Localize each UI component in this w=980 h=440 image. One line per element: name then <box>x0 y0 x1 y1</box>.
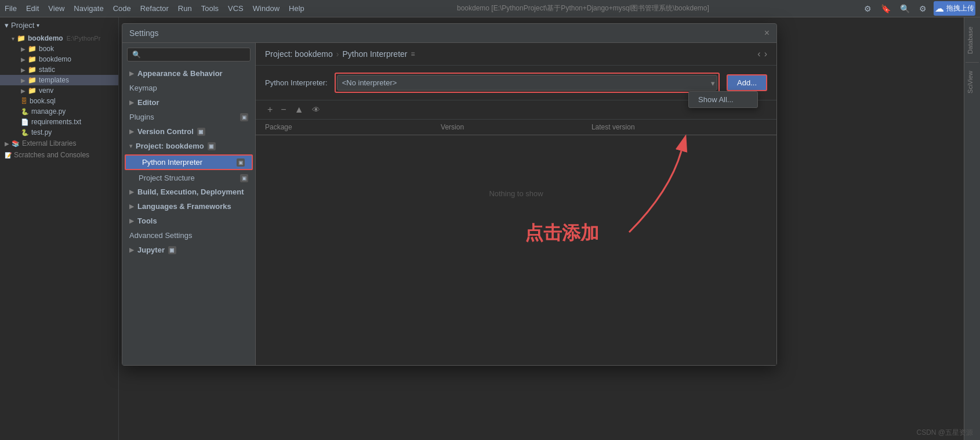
panel-divider <box>966 62 979 63</box>
menu-help[interactable]: Help <box>289 4 304 13</box>
add-dropdown-wrapper: Add... Show All... <box>727 74 767 91</box>
txt-icon: 📄 <box>21 118 29 126</box>
show-packages-button[interactable]: 👁 <box>310 104 322 116</box>
tree-book-label: book <box>39 45 54 53</box>
scratches-consoles[interactable]: 📝 Scratches and Consoles <box>0 149 118 161</box>
settings-modal: Settings × ▶ Appearance & Behavior <box>122 23 777 366</box>
menu-refactor[interactable]: Refactor <box>140 4 169 13</box>
nav-keymap[interactable]: Keymap <box>122 81 255 95</box>
breadcrumb-menu-icon[interactable]: ≡ <box>411 50 415 58</box>
menu-view[interactable]: View <box>48 4 64 13</box>
nav-advanced-settings[interactable]: Advanced Settings <box>122 228 255 243</box>
database-tab[interactable]: Database <box>964 22 980 59</box>
nav-vcs-label: Version Control <box>137 127 194 136</box>
nav-jupyter[interactable]: ▶ Jupyter ▣ <box>122 243 255 257</box>
nav-build-label: Build, Execution, Deployment <box>137 187 244 196</box>
sciview-tab[interactable]: SciView <box>964 66 980 98</box>
chevron-icon: ▶ <box>21 88 26 94</box>
tree-templates[interactable]: ▶ 📁 templates <box>0 75 118 85</box>
show-all-item[interactable]: Show All... <box>689 92 757 107</box>
chevron-right-icon: ▶ <box>129 99 134 106</box>
tree-booksql-label: book.sql <box>30 97 56 105</box>
nav-appearance[interactable]: ▶ Appearance & Behavior <box>122 66 255 81</box>
table-header: Package Version Latest version <box>256 120 776 135</box>
modal-body: ▶ Appearance & Behavior Keymap ▶ Editor <box>122 43 776 365</box>
nav-editor[interactable]: ▶ Editor <box>122 95 255 110</box>
nav-forward-button[interactable]: › <box>764 49 767 59</box>
folder-icon: 📁 <box>17 34 26 42</box>
tree-requirements[interactable]: 📄 requirements.txt <box>0 117 118 127</box>
nav-tools[interactable]: ▶ Tools <box>122 214 255 228</box>
nav-appearance-label: Appearance & Behavior <box>137 69 223 78</box>
move-up-button[interactable]: ▲ <box>292 104 306 116</box>
tree-static[interactable]: ▶ 📁 static <box>0 64 118 75</box>
remove-package-button[interactable]: − <box>278 104 288 116</box>
jupyter-badge: ▣ <box>168 246 176 254</box>
menu-run[interactable]: Run <box>178 4 192 13</box>
menu-code[interactable]: Code <box>113 4 131 13</box>
tree-book[interactable]: ▶ 📁 book <box>0 44 118 54</box>
menu-tools[interactable]: Tools <box>201 4 219 13</box>
nav-languages-label: Languages & Frameworks <box>137 202 231 211</box>
project-header[interactable]: ▾ Project ▾ <box>0 17 118 33</box>
menu-edit[interactable]: Edit <box>26 4 39 13</box>
nav-project-section[interactable]: ▾ Project: bookdemo ▣ <box>122 139 255 153</box>
nav-tools-label: Tools <box>137 217 157 225</box>
settings-search-input[interactable] <box>127 48 251 62</box>
vcs-badge: ▣ <box>197 128 205 136</box>
nav-languages[interactable]: ▶ Languages & Frameworks <box>122 199 255 214</box>
col-latest-header: Latest version <box>591 123 767 131</box>
tree-booksql[interactable]: 🗄 book.sql <box>0 96 118 106</box>
nav-build[interactable]: ▶ Build, Execution, Deployment <box>122 185 255 199</box>
search-icon[interactable]: 🔍 <box>898 3 912 15</box>
nav-plugins-left: Plugins <box>129 113 154 121</box>
lib-icon: 📚 <box>12 140 20 147</box>
chevron-right-icon: ▶ <box>129 189 134 195</box>
nav-plugins[interactable]: Plugins ▣ <box>122 110 255 124</box>
interpreter-select-wrapper: <No interpreter> ▾ <box>335 73 720 93</box>
nav-python-interpreter[interactable]: Python Interpreter ▣ <box>125 154 253 170</box>
interpreter-select[interactable]: <No interpreter> <box>337 75 717 91</box>
menu-vcs[interactable]: VCS <box>228 4 244 13</box>
nav-keymap-label: Keymap <box>129 84 157 92</box>
bookmark-icon[interactable]: 🔖 <box>879 3 893 15</box>
tree-venv[interactable]: ▶ 📁 venv <box>0 85 118 96</box>
nav-version-control[interactable]: ▶ Version Control ▣ <box>122 124 255 139</box>
tree-static-label: static <box>39 66 55 74</box>
project-badge: ▣ <box>208 142 216 150</box>
package-table: Package Version Latest version Nothing t… <box>256 120 776 365</box>
chevron-right-icon: ▶ <box>129 247 134 253</box>
folder-icon: 📁 <box>28 76 37 84</box>
nav-project-structure[interactable]: Project Structure ▣ <box>122 171 255 185</box>
csdn-label: CSDN @五星资源 <box>916 428 973 437</box>
chevron-right-icon: ▶ <box>5 140 9 147</box>
chevron-icon: ▶ <box>21 56 26 63</box>
nav-back-button[interactable]: ‹ <box>757 49 760 59</box>
nav-project-label: Project: bookdemo <box>136 142 204 150</box>
tree-bookdemo[interactable]: ▶ 📁 bookdemo <box>0 54 118 64</box>
nav-advanced-left: Advanced Settings <box>129 231 192 240</box>
menu-navigate[interactable]: Navigate <box>74 4 103 13</box>
menu-file[interactable]: File <box>5 4 17 13</box>
col-version-header: Version <box>441 123 591 131</box>
tree-managepy-label: manage.py <box>31 107 66 116</box>
breadcrumb: Project: bookdemo › Python Interpreter ≡ <box>265 49 415 59</box>
tree-managepy[interactable]: 🐍 manage.py <box>0 106 118 117</box>
gear-icon[interactable]: ⚙ <box>862 3 874 15</box>
chevron-down-icon: ▾ <box>5 21 9 30</box>
dropdown-icon: ▾ <box>37 22 39 28</box>
upload-button[interactable]: ☁ 拖拽上传 <box>934 1 975 16</box>
chevron-icon: ▶ <box>21 67 26 73</box>
add-package-button[interactable]: + <box>265 104 275 116</box>
scratch-icon: 📝 <box>5 152 12 158</box>
tree-testpy[interactable]: 🐍 test.py <box>0 127 118 138</box>
settings-icon[interactable]: ⚙ <box>917 3 929 15</box>
nav-project-structure-label: Project Structure <box>139 174 195 182</box>
external-libraries[interactable]: ▶ 📚 External Libraries <box>0 138 118 149</box>
menu-items: File Edit View Navigate Code Refactor Ru… <box>5 3 852 13</box>
breadcrumb-separator: › <box>336 49 339 59</box>
menu-window[interactable]: Window <box>253 4 280 13</box>
modal-close-button[interactable]: × <box>764 28 770 38</box>
tree-root-bookdemo[interactable]: ▾ 📁 bookdemo E:\PythonPr <box>0 33 118 44</box>
add-interpreter-button[interactable]: Add... <box>727 74 767 91</box>
